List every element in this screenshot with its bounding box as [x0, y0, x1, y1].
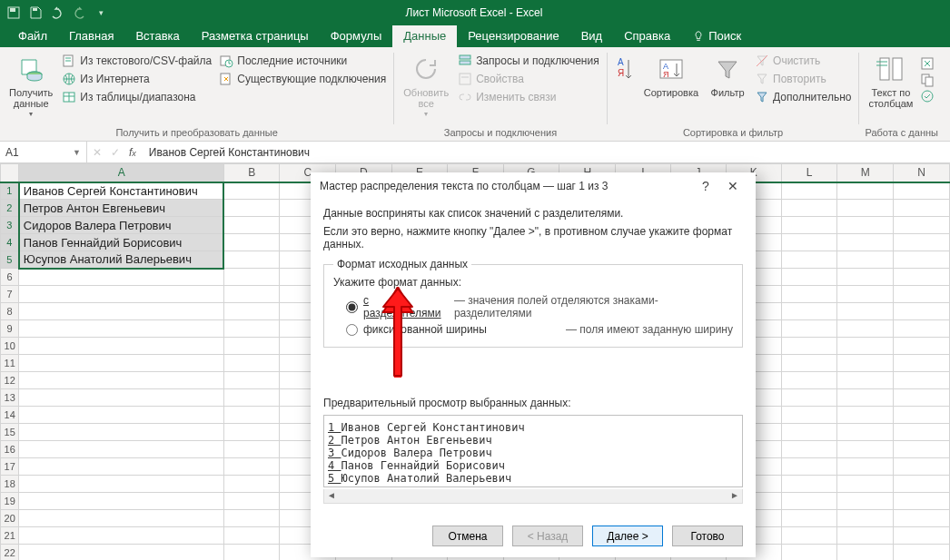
cell[interactable]	[223, 286, 280, 303]
cell[interactable]	[223, 407, 280, 424]
cell[interactable]	[19, 269, 224, 286]
cell[interactable]: Петров Антон Евгеньевич	[19, 200, 224, 217]
cell[interactable]	[223, 527, 280, 545]
row-header[interactable]: 5	[1, 251, 19, 269]
cell[interactable]	[894, 182, 950, 200]
cell[interactable]	[894, 372, 950, 389]
save-icon[interactable]	[25, 3, 45, 23]
cell[interactable]: Сидоров Валера Петрович	[19, 217, 224, 234]
cell[interactable]	[223, 355, 280, 372]
column-header[interactable]: L	[782, 164, 837, 182]
cell[interactable]	[782, 441, 837, 458]
cell[interactable]	[223, 545, 280, 561]
recent-sources-button[interactable]: Последние источники	[217, 53, 388, 69]
cell[interactable]	[837, 458, 894, 476]
cell[interactable]	[782, 338, 837, 355]
cell[interactable]	[223, 217, 280, 234]
row-header[interactable]: 10	[1, 338, 19, 355]
cell[interactable]	[223, 338, 280, 355]
preview-hscrollbar[interactable]: ◄ ►	[323, 489, 743, 504]
cell[interactable]	[19, 441, 224, 458]
advanced-filter-button[interactable]: Дополнительно	[753, 89, 853, 105]
cell[interactable]	[894, 476, 950, 493]
cell[interactable]	[19, 407, 224, 424]
filter-button[interactable]: Фильтр	[706, 53, 749, 100]
fixed-width-label[interactable]: фиксированной ширины	[363, 323, 487, 336]
cancel-button[interactable]: Отмена	[432, 526, 503, 546]
cell[interactable]	[223, 269, 280, 286]
cell[interactable]	[782, 355, 837, 372]
from-text-csv-button[interactable]: Из текстового/CSV-файла	[60, 53, 213, 69]
cell[interactable]	[894, 269, 950, 286]
cell[interactable]	[837, 320, 894, 338]
cell[interactable]	[19, 424, 224, 441]
cell[interactable]	[837, 217, 894, 234]
cell[interactable]	[837, 355, 894, 372]
cell[interactable]	[223, 458, 280, 476]
row-header[interactable]: 12	[1, 372, 19, 389]
cell[interactable]	[894, 217, 950, 234]
redo-icon[interactable]	[69, 3, 89, 23]
row-header[interactable]: 1	[1, 182, 19, 200]
delimited-label[interactable]: с разделителями	[363, 294, 449, 319]
cell[interactable]: Юсупов Анатолий Валерьевич	[19, 251, 224, 269]
dialog-close-button[interactable]: ✕	[719, 179, 747, 193]
existing-connections-button[interactable]: Существующие подключения	[217, 71, 388, 87]
row-header[interactable]: 22	[1, 545, 19, 561]
select-all-corner[interactable]	[1, 164, 19, 182]
cell[interactable]	[223, 476, 280, 493]
formula-input[interactable]: Иванов Сергей Константинович	[142, 142, 950, 162]
cell[interactable]	[837, 389, 894, 407]
name-box[interactable]: A1 ▼	[0, 142, 87, 162]
cell[interactable]	[19, 510, 224, 527]
fixed-width-radio[interactable]	[346, 324, 358, 336]
cell[interactable]: Иванов Сергей Константинович	[19, 182, 224, 200]
tab-page-layout[interactable]: Разметка страницы	[191, 25, 320, 47]
cell[interactable]	[782, 510, 837, 527]
cell[interactable]	[19, 389, 224, 407]
cell[interactable]	[223, 441, 280, 458]
row-header[interactable]: 9	[1, 320, 19, 338]
cell[interactable]	[782, 389, 837, 407]
refresh-all-button[interactable]: Обновить все ▾	[400, 53, 452, 121]
cell[interactable]	[837, 286, 894, 303]
row-header[interactable]: 4	[1, 234, 19, 251]
cell[interactable]	[782, 407, 837, 424]
queries-connections-button[interactable]: Запросы и подключения	[456, 53, 601, 69]
cell[interactable]	[894, 389, 950, 407]
cell[interactable]	[894, 286, 950, 303]
cell[interactable]	[19, 338, 224, 355]
cell[interactable]	[223, 320, 280, 338]
row-header[interactable]: 6	[1, 269, 19, 286]
cell[interactable]	[837, 303, 894, 320]
cell[interactable]	[894, 441, 950, 458]
cell[interactable]	[223, 303, 280, 320]
cell[interactable]	[223, 493, 280, 510]
column-header[interactable]: A	[19, 164, 224, 182]
cell[interactable]	[782, 320, 837, 338]
cell[interactable]	[894, 355, 950, 372]
finish-button[interactable]: Готово	[672, 526, 743, 546]
tab-formulas[interactable]: Формулы	[320, 25, 393, 47]
cell[interactable]	[837, 510, 894, 527]
cell[interactable]	[837, 338, 894, 355]
cell[interactable]	[223, 389, 280, 407]
cell[interactable]	[223, 510, 280, 527]
cell[interactable]	[782, 458, 837, 476]
row-header[interactable]: 16	[1, 441, 19, 458]
cell[interactable]: Панов Геннайдий Борисович	[19, 234, 224, 251]
cell[interactable]	[782, 251, 837, 269]
cell[interactable]	[782, 269, 837, 286]
cell[interactable]	[782, 234, 837, 251]
column-header[interactable]: M	[837, 164, 894, 182]
cell[interactable]	[894, 338, 950, 355]
autosave-icon[interactable]	[4, 3, 24, 23]
row-header[interactable]: 21	[1, 527, 19, 545]
cell[interactable]	[894, 251, 950, 269]
row-header[interactable]: 17	[1, 458, 19, 476]
tab-insert[interactable]: Вставка	[124, 25, 190, 47]
cell[interactable]	[837, 527, 894, 545]
qat-customize-icon[interactable]: ▾	[91, 3, 111, 23]
cell[interactable]	[837, 476, 894, 493]
cell[interactable]	[837, 407, 894, 424]
